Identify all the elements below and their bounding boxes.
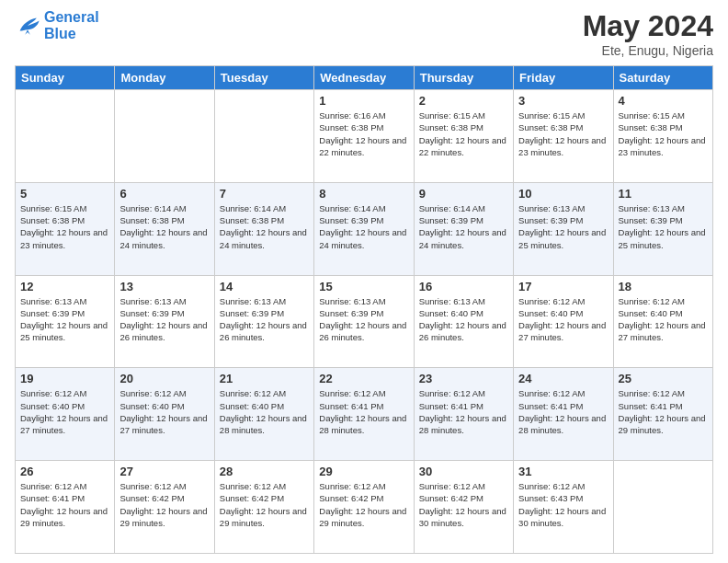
day-number: 23	[419, 372, 508, 385]
calendar-cell	[613, 461, 712, 554]
day-info: Sunrise: 6:14 AM Sunset: 6:39 PM Dayligh…	[419, 202, 508, 251]
calendar-title: May 2024	[583, 9, 713, 43]
day-number: 16	[419, 280, 508, 293]
day-info: Sunrise: 6:16 AM Sunset: 6:38 PM Dayligh…	[319, 109, 408, 158]
col-header-saturday: Saturday	[613, 66, 712, 90]
calendar-cell: 15Sunrise: 6:13 AM Sunset: 6:39 PM Dayli…	[314, 275, 414, 368]
calendar-cell: 5Sunrise: 6:15 AM Sunset: 6:38 PM Daylig…	[16, 182, 115, 275]
col-header-wednesday: Wednesday	[314, 66, 414, 90]
day-info: Sunrise: 6:12 AM Sunset: 6:41 PM Dayligh…	[20, 480, 109, 529]
day-info: Sunrise: 6:13 AM Sunset: 6:39 PM Dayligh…	[220, 295, 309, 344]
calendar-cell: 17Sunrise: 6:12 AM Sunset: 6:40 PM Dayli…	[514, 275, 613, 368]
calendar-cell: 27Sunrise: 6:12 AM Sunset: 6:42 PM Dayli…	[115, 461, 214, 554]
day-number: 15	[319, 280, 408, 293]
day-number: 14	[220, 280, 309, 293]
calendar-cell: 21Sunrise: 6:12 AM Sunset: 6:40 PM Dayli…	[214, 368, 313, 461]
day-info: Sunrise: 6:12 AM Sunset: 6:42 PM Dayligh…	[419, 480, 508, 529]
calendar-week-row: 1Sunrise: 6:16 AM Sunset: 6:38 PM Daylig…	[16, 90, 713, 183]
col-header-friday: Friday	[514, 66, 613, 90]
calendar-cell: 6Sunrise: 6:14 AM Sunset: 6:38 PM Daylig…	[115, 182, 214, 275]
calendar-cell: 3Sunrise: 6:15 AM Sunset: 6:38 PM Daylig…	[514, 90, 613, 183]
calendar-cell: 12Sunrise: 6:13 AM Sunset: 6:39 PM Dayli…	[16, 275, 115, 368]
calendar-cell: 16Sunrise: 6:13 AM Sunset: 6:40 PM Dayli…	[414, 275, 513, 368]
logo-text-block: General Blue	[44, 9, 99, 41]
calendar-cell	[115, 90, 214, 183]
day-info: Sunrise: 6:12 AM Sunset: 6:40 PM Dayligh…	[20, 387, 109, 436]
day-number: 3	[518, 94, 608, 108]
day-number: 31	[518, 465, 608, 478]
calendar-table: SundayMondayTuesdayWednesdayThursdayFrid…	[15, 65, 713, 554]
day-info: Sunrise: 6:15 AM Sunset: 6:38 PM Dayligh…	[20, 202, 109, 251]
calendar-week-row: 5Sunrise: 6:15 AM Sunset: 6:38 PM Daylig…	[16, 182, 713, 275]
calendar-cell: 26Sunrise: 6:12 AM Sunset: 6:41 PM Dayli…	[16, 461, 115, 554]
col-header-sunday: Sunday	[16, 66, 115, 90]
calendar-cell: 4Sunrise: 6:15 AM Sunset: 6:38 PM Daylig…	[613, 90, 712, 183]
calendar-cell: 22Sunrise: 6:12 AM Sunset: 6:41 PM Dayli…	[314, 368, 414, 461]
calendar-header-row: SundayMondayTuesdayWednesdayThursdayFrid…	[16, 66, 713, 90]
col-header-thursday: Thursday	[414, 66, 513, 90]
day-number: 26	[20, 465, 109, 478]
calendar-cell: 10Sunrise: 6:13 AM Sunset: 6:39 PM Dayli…	[514, 182, 613, 275]
day-info: Sunrise: 6:12 AM Sunset: 6:41 PM Dayligh…	[518, 387, 608, 436]
day-number: 11	[619, 187, 708, 201]
day-number: 18	[619, 280, 708, 293]
day-info: Sunrise: 6:13 AM Sunset: 6:39 PM Dayligh…	[619, 202, 708, 251]
day-info: Sunrise: 6:12 AM Sunset: 6:42 PM Dayligh…	[119, 480, 209, 529]
calendar-cell: 8Sunrise: 6:14 AM Sunset: 6:39 PM Daylig…	[314, 182, 414, 275]
day-info: Sunrise: 6:14 AM Sunset: 6:38 PM Dayligh…	[220, 202, 309, 251]
day-info: Sunrise: 6:15 AM Sunset: 6:38 PM Dayligh…	[619, 109, 708, 158]
day-number: 5	[20, 187, 109, 201]
day-number: 29	[319, 465, 408, 478]
day-info: Sunrise: 6:12 AM Sunset: 6:41 PM Dayligh…	[319, 387, 408, 436]
day-info: Sunrise: 6:15 AM Sunset: 6:38 PM Dayligh…	[419, 109, 508, 158]
logo-line2: Blue	[44, 26, 99, 42]
day-info: Sunrise: 6:13 AM Sunset: 6:40 PM Dayligh…	[419, 295, 508, 344]
logo-bird-icon	[15, 13, 40, 39]
day-number: 30	[419, 465, 508, 478]
calendar-cell	[16, 90, 115, 183]
day-info: Sunrise: 6:12 AM Sunset: 6:40 PM Dayligh…	[518, 295, 608, 344]
calendar-cell: 13Sunrise: 6:13 AM Sunset: 6:39 PM Dayli…	[115, 275, 214, 368]
calendar-cell: 1Sunrise: 6:16 AM Sunset: 6:38 PM Daylig…	[314, 90, 414, 183]
day-number: 19	[20, 372, 109, 385]
day-number: 21	[220, 372, 309, 385]
logo-line1: General	[44, 9, 99, 26]
calendar-week-row: 19Sunrise: 6:12 AM Sunset: 6:40 PM Dayli…	[16, 368, 713, 461]
day-info: Sunrise: 6:12 AM Sunset: 6:41 PM Dayligh…	[419, 387, 508, 436]
day-info: Sunrise: 6:12 AM Sunset: 6:40 PM Dayligh…	[619, 295, 708, 344]
day-info: Sunrise: 6:12 AM Sunset: 6:40 PM Dayligh…	[220, 387, 309, 436]
header: General Blue May 2024 Ete, Enugu, Nigeri…	[15, 9, 713, 58]
calendar-week-row: 26Sunrise: 6:12 AM Sunset: 6:41 PM Dayli…	[16, 461, 713, 554]
calendar-cell: 11Sunrise: 6:13 AM Sunset: 6:39 PM Dayli…	[613, 182, 712, 275]
calendar-cell: 7Sunrise: 6:14 AM Sunset: 6:38 PM Daylig…	[214, 182, 313, 275]
calendar-cell: 29Sunrise: 6:12 AM Sunset: 6:42 PM Dayli…	[314, 461, 414, 554]
day-info: Sunrise: 6:15 AM Sunset: 6:38 PM Dayligh…	[518, 109, 608, 158]
day-info: Sunrise: 6:14 AM Sunset: 6:38 PM Dayligh…	[119, 202, 209, 251]
day-number: 10	[518, 187, 608, 201]
day-info: Sunrise: 6:12 AM Sunset: 6:41 PM Dayligh…	[619, 387, 708, 436]
calendar-cell: 25Sunrise: 6:12 AM Sunset: 6:41 PM Dayli…	[613, 368, 712, 461]
day-info: Sunrise: 6:13 AM Sunset: 6:39 PM Dayligh…	[119, 295, 209, 344]
calendar-cell: 31Sunrise: 6:12 AM Sunset: 6:43 PM Dayli…	[514, 461, 613, 554]
day-number: 24	[518, 372, 608, 385]
day-info: Sunrise: 6:12 AM Sunset: 6:43 PM Dayligh…	[518, 480, 608, 529]
day-number: 1	[319, 94, 408, 108]
logo: General Blue	[15, 9, 99, 41]
day-number: 4	[619, 94, 708, 108]
calendar-cell: 9Sunrise: 6:14 AM Sunset: 6:39 PM Daylig…	[414, 182, 513, 275]
day-number: 20	[119, 372, 209, 385]
calendar-subtitle: Ete, Enugu, Nigeria	[583, 43, 713, 58]
day-number: 27	[119, 465, 209, 478]
col-header-tuesday: Tuesday	[214, 66, 313, 90]
day-info: Sunrise: 6:13 AM Sunset: 6:39 PM Dayligh…	[319, 295, 408, 344]
col-header-monday: Monday	[115, 66, 214, 90]
day-info: Sunrise: 6:12 AM Sunset: 6:42 PM Dayligh…	[319, 480, 408, 529]
day-number: 2	[419, 94, 508, 108]
calendar-cell	[214, 90, 313, 183]
day-info: Sunrise: 6:13 AM Sunset: 6:39 PM Dayligh…	[20, 295, 109, 344]
day-number: 17	[518, 280, 608, 293]
calendar-cell: 24Sunrise: 6:12 AM Sunset: 6:41 PM Dayli…	[514, 368, 613, 461]
calendar-cell: 28Sunrise: 6:12 AM Sunset: 6:42 PM Dayli…	[214, 461, 313, 554]
day-info: Sunrise: 6:14 AM Sunset: 6:39 PM Dayligh…	[319, 202, 408, 251]
day-number: 22	[319, 372, 408, 385]
